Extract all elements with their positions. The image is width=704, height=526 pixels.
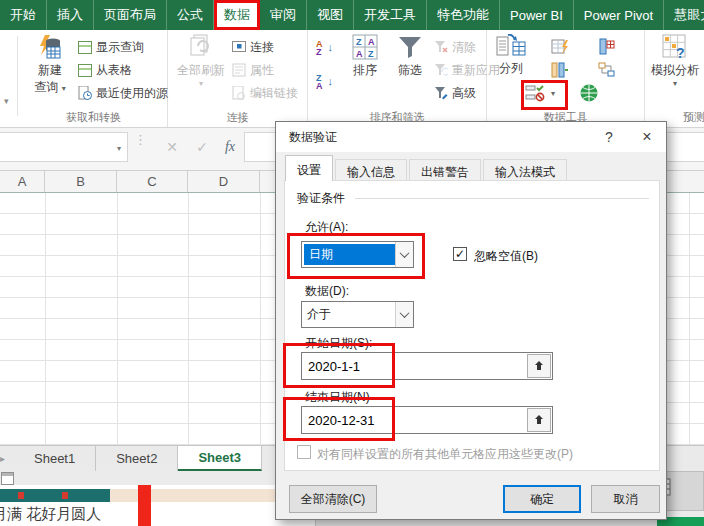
dialog-tab-ime-mode[interactable]: 输入法模式 <box>483 159 567 181</box>
data-model-button[interactable] <box>579 84 599 102</box>
tab-home[interactable]: 开始 <box>0 0 47 30</box>
filter-button[interactable]: 筛选 <box>390 34 430 77</box>
from-table-button[interactable]: 从表格 <box>78 61 132 79</box>
group-label-get-transform: 获取和转换 <box>20 110 167 125</box>
svg-text:A: A <box>356 49 363 59</box>
photo-caption: 月满 花好月圆人 <box>0 505 101 524</box>
annotation-box-start-date <box>283 343 395 388</box>
dialog-tab-settings[interactable]: 设置 <box>285 155 333 181</box>
data-combobox[interactable]: 介于 <box>301 301 414 328</box>
collapse-dialog-button[interactable] <box>527 354 551 378</box>
annotation-box-validation-button <box>521 80 568 110</box>
clear-filter-button[interactable]: 清除 <box>434 38 476 56</box>
sort-button[interactable]: Z A A Z 排序 <box>344 34 386 77</box>
cancel-entry-button[interactable]: ✕ <box>158 132 186 162</box>
recent-sources-icon <box>78 86 92 100</box>
cancel-button[interactable]: 取消 <box>591 485 660 513</box>
tab-insert[interactable]: 插入 <box>47 0 94 30</box>
tab-bigdata-platform[interactable]: 慧眼大数据智能采集平 <box>664 0 704 30</box>
clear-all-button[interactable]: 全部清除(C) <box>289 485 377 513</box>
new-query-button[interactable]: 新建 查询 ▾ <box>26 34 74 96</box>
svg-text:Z: Z <box>356 37 362 47</box>
refresh-all-button[interactable]: 全部刷新 ▾ <box>176 34 226 91</box>
reapply-filter-icon <box>434 63 448 77</box>
partial-ribbon-button[interactable]: ▾ <box>0 36 18 116</box>
tab-view[interactable]: 视图 <box>307 0 354 30</box>
tab-power-pivot[interactable]: Power Pivot <box>574 0 664 30</box>
sort-descending-button[interactable]: Z A ↓ <box>316 74 334 92</box>
group-forecast: ? 模拟分析 ▾ 预测 <box>645 30 704 127</box>
sheet-tab-sheet1[interactable]: Sheet1 <box>14 446 96 471</box>
dialog-help-button[interactable]: ? <box>592 122 626 151</box>
excel-window: 开始 插入 页面布局 公式 数据 审阅 视图 开发工具 特色功能 Power B… <box>0 0 704 526</box>
sort-descending-icon: Z A ↓ <box>316 74 334 92</box>
apply-to-all-checkbox[interactable] <box>297 445 311 459</box>
flash-fill-button[interactable] <box>551 38 569 56</box>
group-get-transform: 新建 查询 ▾ 显示查询 从表格 最近使用的源 <box>20 30 168 127</box>
edit-links-button[interactable]: 编辑链接 <box>232 84 298 102</box>
cancel-entry-icon: ✕ <box>166 139 178 155</box>
column-header[interactable]: D <box>188 171 260 192</box>
sheet-nav-arrow[interactable]: ▸ <box>0 446 14 471</box>
flash-fill-icon <box>551 39 569 55</box>
small-grid-icon <box>1 472 14 485</box>
group-connections: 全部刷新 ▾ 连接 属性 <box>168 30 308 127</box>
relationships-button[interactable] <box>598 61 615 79</box>
connections-button[interactable]: 连接 <box>232 38 274 56</box>
tab-page-layout[interactable]: 页面布局 <box>94 0 167 30</box>
tab-review[interactable]: 审阅 <box>260 0 307 30</box>
tab-data[interactable]: 数据 <box>214 0 260 30</box>
properties-icon <box>232 63 246 77</box>
what-if-analysis-button[interactable]: ? 模拟分析 ▾ <box>651 34 699 91</box>
remove-duplicates-icon <box>598 38 615 55</box>
tab-developer[interactable]: 开发工具 <box>354 0 427 30</box>
ribbon: ▾ 新建 查询 ▾ 显示查询 <box>0 30 704 128</box>
chevron-down-icon: ▾ <box>4 96 9 106</box>
dialog-tab-input-message[interactable]: 输入信息 <box>335 159 407 181</box>
combo-dropdown-button[interactable] <box>395 302 413 327</box>
ribbon-tab-bar: 开始 插入 页面布局 公式 数据 审阅 视图 开发工具 特色功能 Power B… <box>0 0 704 30</box>
enter-entry-icon: ✓ <box>196 139 208 155</box>
chevron-down-icon: ▾ <box>117 144 121 153</box>
recent-sources-button[interactable]: 最近使用的源 <box>78 84 168 102</box>
column-header[interactable]: B <box>45 171 117 192</box>
column-header[interactable]: C <box>117 171 188 192</box>
data-label: 数据(D): <box>305 283 349 300</box>
properties-button[interactable]: 属性 <box>232 61 274 79</box>
insert-function-button[interactable]: fx <box>216 132 244 162</box>
tab-formulas[interactable]: 公式 <box>167 0 214 30</box>
sheet-tab-sheet2[interactable]: Sheet2 <box>96 446 178 471</box>
dialog-tab-error-alert[interactable]: 出错警告 <box>409 159 481 181</box>
ignore-blank-label[interactable]: 忽略空值(B) <box>474 248 538 265</box>
svg-text:Z: Z <box>368 49 374 59</box>
column-header[interactable]: A <box>0 171 45 192</box>
dialog-close-button[interactable]: × <box>630 122 664 151</box>
collapse-dialog-button[interactable] <box>527 408 551 432</box>
group-divider <box>355 198 649 199</box>
photo-banner-teal <box>0 489 110 502</box>
name-box[interactable]: ▾ <box>0 132 128 162</box>
text-to-columns-button[interactable]: 分列 <box>491 34 531 75</box>
fx-icon: fx <box>225 139 235 155</box>
sort-ascending-icon: A Z ↓ <box>316 40 334 58</box>
sheet-tab-sheet3[interactable]: Sheet3 <box>178 446 262 471</box>
ok-button[interactable]: 确定 <box>503 485 581 513</box>
remove-duplicates-button[interactable] <box>598 37 615 55</box>
svg-text:?: ? <box>676 45 685 60</box>
advanced-filter-icon <box>434 86 448 100</box>
new-query-icon <box>37 34 63 60</box>
enter-entry-button[interactable]: ✓ <box>188 132 216 162</box>
new-query-label-2: 查询 ▾ <box>34 80 65 96</box>
what-if-analysis-icon: ? <box>662 34 688 60</box>
filter-funnel-icon <box>397 34 423 60</box>
svg-text:A: A <box>368 37 375 47</box>
validation-criteria-label: 验证条件 <box>297 190 345 207</box>
tab-special-features[interactable]: 特色功能 <box>427 0 500 30</box>
show-queries-button[interactable]: 显示查询 <box>78 38 144 56</box>
consolidate-button[interactable] <box>551 61 569 79</box>
ignore-blank-checkbox[interactable]: ✓ <box>453 247 467 261</box>
tab-power-bi[interactable]: Power BI <box>500 0 574 30</box>
formula-bar-handle[interactable]: ⋮ <box>134 136 137 158</box>
advanced-filter-button[interactable]: 高级 <box>434 84 476 102</box>
sort-ascending-button[interactable]: A Z ↓ <box>316 40 334 58</box>
